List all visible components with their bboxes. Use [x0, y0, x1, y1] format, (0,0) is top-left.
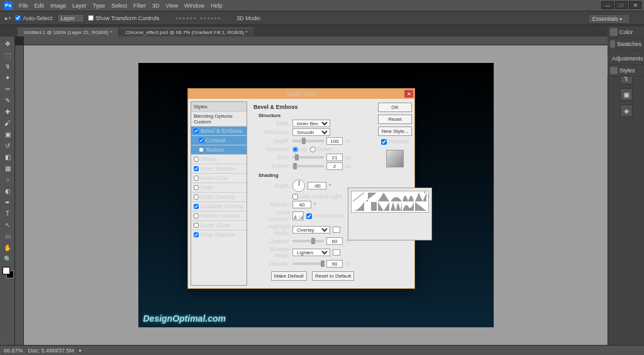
style-select[interactable]: Inner Bevel	[292, 120, 330, 127]
item-stroke[interactable]: Stroke	[191, 154, 247, 164]
menu-file[interactable]: File	[19, 3, 28, 9]
highlight-color[interactable]	[333, 227, 340, 233]
path-tool[interactable]: ↖	[1, 220, 14, 230]
highlight-opacity-slider[interactable]	[292, 240, 324, 242]
contour-preset[interactable]	[353, 202, 364, 211]
angle-value[interactable]	[308, 182, 326, 189]
altitude-value[interactable]	[292, 201, 311, 208]
panel-swatches[interactable]: Swatches	[608, 38, 644, 50]
soften-slider[interactable]	[292, 165, 324, 167]
contour-preset[interactable]	[353, 193, 364, 201]
contour-preset[interactable]	[402, 202, 414, 211]
type-tool[interactable]: T	[1, 208, 14, 218]
menu-image[interactable]: Image	[50, 3, 66, 9]
menu-filter[interactable]: Filter	[133, 3, 146, 9]
zoom-tool[interactable]: 🔍	[1, 254, 14, 264]
shadow-mode[interactable]: Lighten	[292, 249, 330, 256]
move-tool[interactable]: ✥	[1, 38, 14, 48]
stamp-tool[interactable]: ▣	[1, 129, 14, 139]
blur-tool[interactable]: ○	[1, 174, 14, 184]
item-outer-glow[interactable]: Outer Glow	[191, 220, 247, 230]
color-swatch[interactable]	[3, 267, 14, 278]
menu-3d[interactable]: 3D	[152, 3, 160, 9]
auto-select-target[interactable]: Layer	[57, 14, 84, 23]
marquee-tool[interactable]: ⬚	[1, 50, 14, 60]
panel-color[interactable]: Color	[608, 26, 644, 38]
item-inner-glow[interactable]: Inner Glow	[191, 173, 247, 183]
menu-type[interactable]: Type	[93, 3, 106, 9]
dialog-close-button[interactable]: ✕	[404, 90, 413, 98]
contour-preset[interactable]	[415, 202, 426, 211]
gloss-contour-picker[interactable]	[292, 211, 304, 220]
item-inner-shadow[interactable]: Inner Shadow	[191, 164, 247, 173]
reset-default-button[interactable]: Reset to Default	[312, 271, 354, 281]
contour-preset[interactable]	[415, 193, 426, 201]
menu-edit[interactable]: Edit	[35, 3, 45, 9]
item-texture[interactable]: Texture	[191, 145, 247, 154]
item-pattern-overlay[interactable]: Pattern Overlay	[191, 211, 247, 220]
dodge-tool[interactable]: ◐	[1, 186, 14, 196]
contour-preset[interactable]	[378, 202, 389, 211]
new-style-button[interactable]: New Style...	[378, 127, 412, 136]
doc-size[interactable]: Doc: 5.49M/37.5M	[28, 347, 75, 354]
preview-check[interactable]: Preview	[378, 138, 412, 145]
minimize-button[interactable]: —	[601, 1, 614, 9]
size-value[interactable]: 21	[326, 154, 343, 161]
antialiased-check[interactable]: Anti-aliased	[306, 213, 343, 219]
align-icons[interactable]: ▫ ▫ ▫ ▫ ▫ ▫ ▫ ▫ ▫ ▫ ▫ ▫	[175, 15, 220, 21]
shadow-color[interactable]	[333, 249, 340, 256]
menu-window[interactable]: Window	[184, 3, 204, 9]
shape-tool[interactable]: ▭	[1, 231, 14, 241]
item-gradient-overlay[interactable]: Gradient Overlay	[191, 201, 247, 211]
pen-tool[interactable]: ✒	[1, 197, 14, 207]
technique-select[interactable]: Smooth	[292, 128, 330, 136]
ok-button[interactable]: OK	[378, 103, 412, 112]
contour-preset[interactable]	[365, 193, 377, 201]
menu-select[interactable]: Select	[111, 3, 127, 9]
eyedropper-tool[interactable]: ✎	[1, 95, 14, 105]
panel-adjustments[interactable]: Adjustments	[608, 53, 644, 65]
reset-button[interactable]: Reset	[378, 115, 412, 124]
wand-tool[interactable]: ✦	[1, 72, 14, 82]
close-window-button[interactable]: ✕	[629, 1, 641, 9]
contour-preset[interactable]	[391, 193, 402, 201]
channels-icon[interactable]: ◈	[620, 104, 633, 117]
zoom-level[interactable]: 66.67%	[4, 347, 23, 354]
size-slider[interactable]	[292, 156, 324, 159]
item-satin[interactable]: Satin	[191, 183, 247, 192]
history-brush-tool[interactable]: ↺	[1, 140, 14, 150]
tab-untitled[interactable]: Untitled-1 @ 100% (Layer 21, RGB/8) *	[18, 28, 118, 37]
highlight-opacity[interactable]: 60	[326, 237, 343, 245]
angle-dial[interactable]	[292, 179, 305, 192]
hand-tool[interactable]: ✋	[1, 242, 14, 252]
workspace-switcher[interactable]: Essentials ▾	[588, 14, 630, 24]
show-transform-check[interactable]: Show Transform Controls	[88, 15, 160, 21]
blending-options[interactable]: Blending Options: Custom	[191, 111, 247, 126]
eraser-tool[interactable]: ◧	[1, 152, 14, 162]
crop-tool[interactable]: ✂	[1, 84, 14, 94]
global-light-check[interactable]: Use Global Light	[292, 193, 342, 200]
auto-select-check[interactable]: Auto-Select:	[15, 15, 53, 21]
maximize-button[interactable]: □	[615, 1, 628, 9]
item-contour[interactable]: Contour	[191, 135, 247, 145]
contour-preset[interactable]	[365, 202, 377, 211]
dir-up[interactable]: Up	[292, 146, 308, 152]
item-color-overlay[interactable]: Color Overlay	[191, 192, 247, 201]
menu-layer[interactable]: Layer	[72, 3, 87, 9]
item-bevel[interactable]: Bevel & Emboss	[191, 126, 247, 135]
tab-chrome-effect[interactable]: Chrome_effect.psd @ 66.7% (Gradient Fill…	[119, 28, 254, 37]
contour-preset[interactable]	[391, 202, 402, 211]
depth-slider[interactable]	[292, 140, 324, 142]
brush-tool[interactable]: 🖌	[1, 118, 14, 128]
menu-help[interactable]: Help	[211, 3, 223, 9]
depth-value[interactable]: 100	[326, 137, 343, 145]
item-drop-shadow[interactable]: Drop Shadow	[191, 230, 247, 239]
contour-preset[interactable]	[378, 193, 389, 201]
shadow-opacity-slider[interactable]	[292, 262, 324, 265]
shadow-opacity[interactable]: 90	[326, 260, 343, 268]
make-default-button[interactable]: Make Default	[271, 271, 307, 281]
panel-styles[interactable]: Styles	[608, 65, 644, 77]
dir-down[interactable]: Down	[310, 146, 332, 152]
contour-preset[interactable]	[402, 193, 414, 201]
layers-icon[interactable]: ▣	[620, 88, 633, 101]
